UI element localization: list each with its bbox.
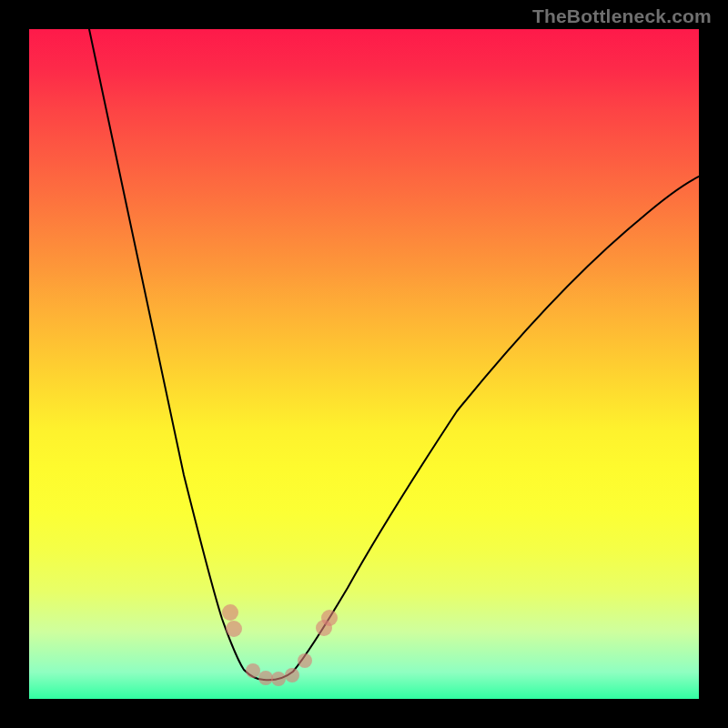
watermark-text: TheBottleneck.com [532, 5, 712, 27]
chart-frame: TheBottleneck.com [0, 0, 728, 728]
marker-dot [285, 668, 299, 682]
marker-dot [321, 610, 338, 626]
marker-dot [226, 621, 242, 637]
marker-dot [258, 671, 273, 685]
marker-dot [222, 604, 238, 621]
marker-layer [29, 29, 699, 699]
marker-dot [246, 663, 260, 678]
marker-dot [298, 653, 312, 668]
plot-area [29, 29, 699, 699]
marker-dot [271, 672, 286, 686]
